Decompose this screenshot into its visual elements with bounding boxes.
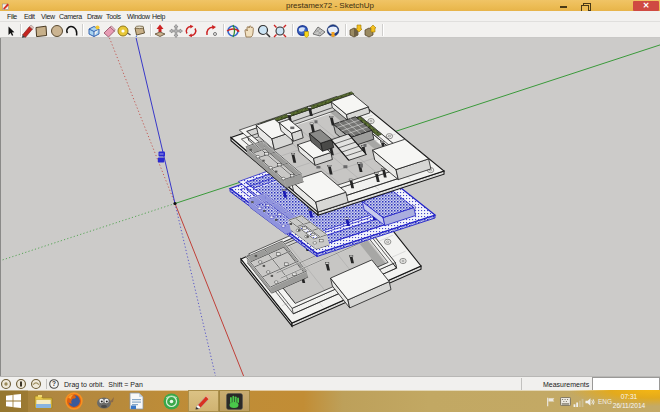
svg-text:?: ? (52, 380, 56, 387)
